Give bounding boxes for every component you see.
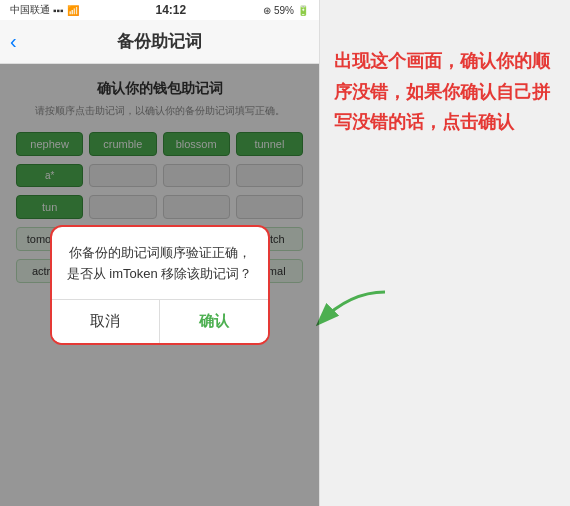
dialog-box: 你备份的助记词顺序验证正确，是否从 imToken 移除该助记词？ 取消 确认 xyxy=(50,225,270,345)
dialog-body: 你备份的助记词顺序验证正确，是否从 imToken 移除该助记词？ xyxy=(52,227,268,299)
signal-icon: ▪▪▪ xyxy=(53,5,64,16)
dialog-overlay: 你备份的助记词顺序验证正确，是否从 imToken 移除该助记词？ 取消 确认 xyxy=(0,64,319,506)
carrier-text: 中国联通 xyxy=(10,3,50,17)
arrow-icon xyxy=(310,282,390,342)
status-bar: 中国联通 ▪▪▪ 📶 14:12 ⊛ 59% 🔋 xyxy=(0,0,319,20)
annotation-panel: 出现这个画面，确认你的顺序没错，如果你确认自己拼写没错的话，点击确认 xyxy=(320,0,570,506)
phone-frame: 中国联通 ▪▪▪ 📶 14:12 ⊛ 59% 🔋 ‹ 备份助记词 确认你的钱包助… xyxy=(0,0,320,506)
wifi-icon: 📶 xyxy=(67,5,79,16)
status-left: 中国联通 ▪▪▪ 📶 xyxy=(10,3,79,17)
time-text: 14:12 xyxy=(155,3,186,17)
bluetooth-icon: ⊛ xyxy=(263,5,271,16)
dialog-cancel-button[interactable]: 取消 xyxy=(52,300,161,343)
arrow-container xyxy=(310,282,390,346)
dialog-ok-button[interactable]: 确认 xyxy=(160,300,268,343)
back-button[interactable]: ‹ xyxy=(10,30,17,53)
status-right: ⊛ 59% 🔋 xyxy=(263,5,309,16)
main-content: 确认你的钱包助记词 请按顺序点击助记词，以确认你的备份助记词填写正确。 neph… xyxy=(0,64,319,506)
annotation-text: 出现这个画面，确认你的顺序没错，如果你确认自己拼写没错的话，点击确认 xyxy=(334,46,556,138)
dialog-actions: 取消 确认 xyxy=(52,299,268,343)
nav-title: 备份助记词 xyxy=(117,30,202,53)
nav-bar: ‹ 备份助记词 xyxy=(0,20,319,64)
battery-text: 59% xyxy=(274,5,294,16)
battery-icon: 🔋 xyxy=(297,5,309,16)
